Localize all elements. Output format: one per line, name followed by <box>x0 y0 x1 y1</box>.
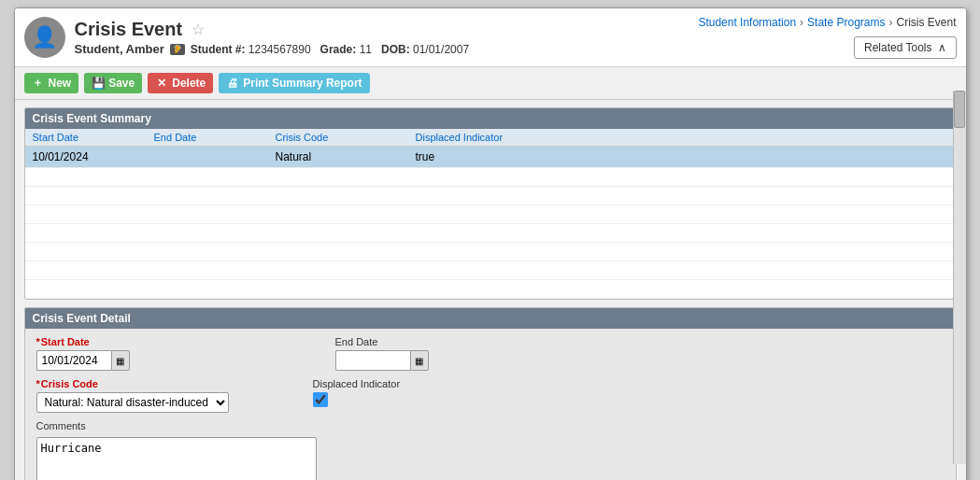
student-info-row: Student, Amber 🦻 Student #: 1234567890 G… <box>75 42 470 56</box>
col-crisis-code[interactable]: Crisis Code <box>268 129 408 147</box>
end-date-input-container: ▦ <box>335 350 429 371</box>
table-row-empty <box>25 205 956 224</box>
table-row-empty <box>25 168 956 187</box>
delete-button[interactable]: ✕ Delete <box>148 73 213 93</box>
chevron-up-icon: ∧ <box>938 41 946 54</box>
scrollbar[interactable] <box>953 91 966 464</box>
comments-group: Comments Hurricane <box>36 420 944 480</box>
table-row-empty <box>25 261 956 280</box>
print-icon: 🖨 <box>226 77 239 90</box>
end-date-calendar-icon[interactable]: ▦ <box>410 350 429 371</box>
favorite-star-icon[interactable]: ☆ <box>192 21 205 38</box>
form-row-crisis-displaced: Crisis Code Natural: Natural disaster-in… <box>36 378 944 413</box>
student-details: Student #: 1234567890 Grade: 11 DOB: 01/… <box>191 43 469 56</box>
summary-panel-header: Crisis Event Summary <box>25 108 956 129</box>
avatar-icon: 👤 <box>32 25 57 49</box>
header-right: Student Information › State Programs › C… <box>698 16 956 59</box>
form-row-dates: Start Date ▦ End Date ▦ <box>36 336 944 371</box>
breadcrumb-state-programs[interactable]: State Programs <box>807 16 885 29</box>
toolbar: + New 💾 Save ✕ Delete 🖨 Print Summary Re… <box>15 67 966 100</box>
header-info: Crisis Event ☆ Student, Amber 🦻 Student … <box>75 19 470 56</box>
breadcrumb-current: Crisis Event <box>896 16 956 29</box>
crisis-code-label: Crisis Code <box>36 378 229 389</box>
displaced-indicator-group: Displaced Indicator <box>313 378 401 407</box>
crisis-code-group: Crisis Code Natural: Natural disaster-in… <box>36 378 229 413</box>
plus-icon: + <box>32 77 45 90</box>
summary-panel-body: Start Date End Date Crisis Code Displace… <box>25 129 956 299</box>
content-area: Crisis Event Summary Start Date End Date… <box>15 100 966 480</box>
related-tools-button[interactable]: Related Tools ∧ <box>854 36 957 59</box>
new-button[interactable]: + New <box>24 73 79 93</box>
start-date-label: Start Date <box>36 336 130 347</box>
summary-table-header-row: Start Date End Date Crisis Code Displace… <box>25 129 956 147</box>
detail-form: Start Date ▦ End Date ▦ <box>25 329 956 480</box>
crisis-code-select[interactable]: Natural: Natural disaster-induced Man-ma… <box>36 392 229 413</box>
table-row-empty <box>25 280 956 299</box>
start-date-input[interactable] <box>36 350 111 371</box>
comments-label: Comments <box>36 420 944 431</box>
displaced-indicator-checkbox[interactable] <box>313 392 328 407</box>
start-date-group: Start Date ▦ <box>36 336 130 371</box>
breadcrumb: Student Information › State Programs › C… <box>698 16 956 29</box>
end-date-input[interactable] <box>335 350 410 371</box>
save-button[interactable]: 💾 Save <box>84 73 142 93</box>
summary-panel: Crisis Event Summary Start Date End Date… <box>24 107 957 300</box>
end-date-group: End Date ▦ <box>335 336 429 371</box>
breadcrumb-student-information[interactable]: Student Information <box>698 16 796 29</box>
save-icon: 💾 <box>92 77 105 90</box>
delete-icon: ✕ <box>155 77 168 90</box>
start-date-calendar-icon[interactable]: ▦ <box>111 350 130 371</box>
table-row[interactable]: 10/01/2024 Natural true <box>25 147 956 168</box>
col-displaced-indicator[interactable]: Displaced Indicator <box>408 129 956 147</box>
end-date-label: End Date <box>335 336 429 347</box>
detail-panel: Crisis Event Detail Start Date ▦ End Dat… <box>24 307 957 480</box>
summary-table: Start Date End Date Crisis Code Displace… <box>25 129 956 299</box>
header: 👤 Crisis Event ☆ Student, Amber 🦻 Studen… <box>15 8 966 67</box>
print-button[interactable]: 🖨 Print Summary Report <box>219 73 369 93</box>
detail-panel-header: Crisis Event Detail <box>25 308 956 329</box>
col-end-date[interactable]: End Date <box>147 129 268 147</box>
col-start-date[interactable]: Start Date <box>25 129 147 147</box>
student-name: Student, Amber <box>75 42 164 56</box>
start-date-input-container: ▦ <box>36 350 130 371</box>
student-id-card-icon[interactable]: 🦻 <box>170 44 185 55</box>
table-row-empty <box>25 243 956 261</box>
header-left: 👤 Crisis Event ☆ Student, Amber 🦻 Studen… <box>24 17 470 58</box>
page-title: Crisis Event <box>75 19 183 40</box>
scrollbar-thumb[interactable] <box>954 91 965 128</box>
displaced-indicator-label: Displaced Indicator <box>313 378 401 389</box>
table-row-empty <box>25 224 956 243</box>
comments-textarea[interactable]: Hurricane <box>36 437 317 480</box>
avatar: 👤 <box>24 17 65 58</box>
table-row-empty <box>25 187 956 205</box>
